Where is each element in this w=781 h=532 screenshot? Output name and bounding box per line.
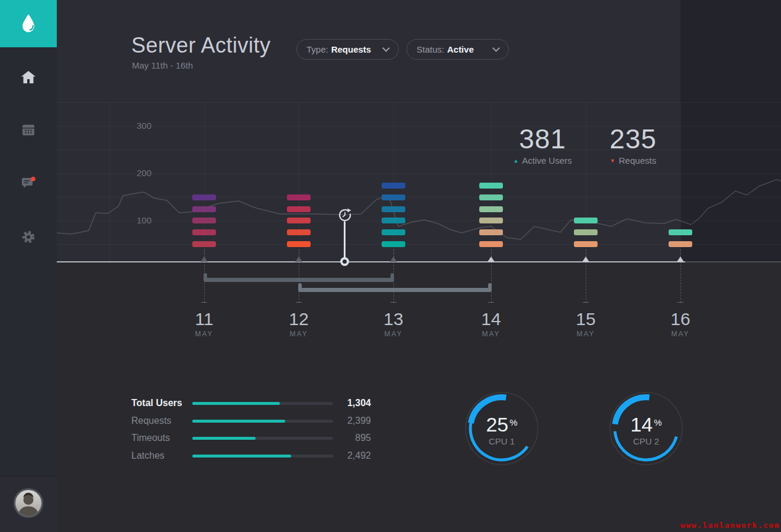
timeline-marker[interactable]	[488, 257, 495, 262]
range-selector[interactable]	[299, 288, 491, 292]
metric-label: Timeouts	[131, 433, 170, 443]
date-day: 12	[275, 310, 322, 329]
chevron-down-icon	[492, 44, 500, 52]
metric-row: Timeouts895	[131, 429, 371, 447]
y-axis-label: 300	[116, 121, 151, 131]
activity-bar	[287, 229, 311, 235]
sidebar-item-home[interactable]	[0, 64, 57, 90]
chat-icon	[22, 177, 36, 189]
filter-value: Active	[447, 44, 474, 54]
gauge-text: 25% CPU 1	[460, 387, 543, 446]
server-activity-dashboard: { "colors": { "accent_teal": "#19b9b4", …	[0, 0, 781, 532]
gear-icon	[21, 229, 36, 245]
sidebar-item-calendar[interactable]	[0, 116, 57, 142]
date-range-subtitle: May 11th - 16th	[132, 60, 193, 70]
calendar-icon	[22, 124, 34, 135]
gauge-text: 14% CPU 2	[605, 387, 688, 446]
filter-value: Requests	[331, 44, 372, 54]
metric-value: 2,399	[347, 416, 371, 426]
stat-label: Active Users	[522, 155, 572, 166]
stat-caption: ▼Requests	[589, 155, 677, 166]
date-day: 13	[370, 310, 417, 329]
activity-bar	[479, 218, 503, 223]
logo[interactable]	[0, 0, 57, 47]
dropline-tick	[583, 302, 589, 303]
timeline-axis	[57, 261, 781, 262]
notification-badge	[31, 177, 36, 181]
stat-label: Requests	[619, 155, 656, 166]
metric-value: 2,492	[347, 450, 371, 461]
date-day: 11	[180, 310, 228, 329]
date-label: 13MAY	[370, 310, 417, 338]
chevron-down-icon	[382, 44, 390, 52]
metric-row: Requests2,399	[131, 412, 371, 430]
metric-bar-fill	[192, 455, 291, 458]
gridline	[57, 102, 781, 103]
metric-bar-track	[192, 420, 333, 423]
filter-prefix: Status:	[417, 44, 444, 54]
activity-bar	[669, 241, 692, 247]
activity-bar	[192, 206, 216, 212]
activity-bar	[382, 194, 405, 200]
time-slider-handle[interactable]	[337, 207, 353, 223]
sidebar-item-settings[interactable]	[0, 224, 57, 250]
activity-bar	[574, 241, 598, 247]
cpu2-gauge: 14% CPU 2	[605, 387, 688, 470]
activity-bar	[479, 183, 503, 189]
time-slider-stem[interactable]	[344, 221, 346, 259]
avatar[interactable]	[14, 488, 43, 518]
metric-value: 895	[355, 433, 371, 443]
gridline	[57, 173, 781, 174]
filter-prefix: Type:	[306, 44, 328, 54]
metric-label: Latches	[131, 450, 164, 461]
dropline-tick	[390, 302, 396, 303]
timeline-marker[interactable]	[677, 257, 684, 262]
trend-up-icon: ▲	[513, 158, 518, 164]
metric-bar-fill	[192, 402, 280, 405]
user-photo	[15, 490, 41, 516]
stat-value: 381	[498, 125, 587, 153]
watermark: www.lanlanwork.com	[680, 521, 780, 530]
trend-down-icon: ▼	[610, 158, 615, 164]
gridline	[204, 102, 205, 262]
metric-row: Latches2,492	[131, 447, 371, 465]
percent-sign: %	[509, 417, 517, 427]
activity-bar	[287, 241, 311, 247]
range-selector[interactable]	[204, 278, 393, 282]
home-icon	[21, 71, 36, 83]
gauge-label: CPU 1	[460, 436, 543, 446]
timeline-marker[interactable]	[582, 257, 589, 262]
date-day: 14	[467, 310, 515, 329]
date-month: MAY	[370, 330, 417, 338]
gauge-label: CPU 2	[605, 436, 688, 446]
activity-bar	[382, 206, 405, 212]
cpu1-gauge: 25% CPU 1	[460, 387, 543, 470]
timeline-marker[interactable]	[295, 257, 302, 262]
gridline	[57, 197, 781, 197]
gridline	[393, 102, 394, 262]
activity-bar	[287, 194, 311, 200]
stat-requests: 235 ▼Requests	[589, 125, 677, 166]
status-filter-dropdown[interactable]: Status: Active	[406, 39, 509, 60]
gridline	[299, 102, 299, 262]
date-label: 16MAY	[657, 310, 704, 338]
y-axis-label: 100	[116, 215, 151, 226]
time-slider-pin[interactable]	[340, 257, 349, 266]
type-filter-dropdown[interactable]: Type: Requests	[296, 39, 399, 60]
main-content: 30020010011MAY12MAY13MAY14MAY15MAY16MAY …	[57, 0, 781, 532]
activity-bar	[287, 218, 311, 223]
sidebar-footer	[0, 476, 57, 532]
date-month: MAY	[657, 330, 704, 338]
activity-bar	[479, 229, 503, 235]
activity-bar	[287, 206, 311, 212]
activity-bar	[192, 218, 216, 223]
sidebar-item-messages[interactable]	[0, 170, 57, 196]
activity-bar	[669, 229, 692, 235]
activity-bar	[574, 218, 598, 223]
metric-value: 1,304	[347, 398, 371, 408]
timeline-marker[interactable]	[201, 257, 208, 262]
timeline-marker[interactable]	[390, 257, 397, 262]
activity-bar	[382, 218, 405, 223]
activity-bar	[479, 206, 503, 212]
stat-caption: ▲Active Users	[498, 155, 587, 166]
